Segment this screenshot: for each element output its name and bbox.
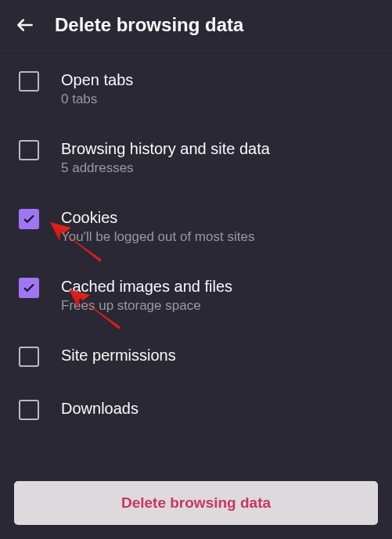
item-subtitle: You'll be logged out of most sites <box>61 229 373 245</box>
delete-browsing-data-button[interactable]: Delete browsing data <box>14 481 378 525</box>
item-text: CookiesYou'll be logged out of most site… <box>61 207 373 245</box>
item-title: Cached images and files <box>61 276 373 296</box>
item-text: Browsing history and site data5 addresse… <box>61 138 373 176</box>
page-title: Delete browsing data <box>55 14 243 36</box>
item-title: Site permissions <box>61 345 373 365</box>
checkbox[interactable] <box>19 140 39 160</box>
footer: Delete browsing data <box>14 481 378 525</box>
list-item[interactable]: Open tabs0 tabs <box>0 54 392 123</box>
checkbox[interactable] <box>19 278 39 298</box>
item-subtitle: 0 tabs <box>61 92 373 107</box>
item-subtitle: Frees up storage space <box>61 298 373 314</box>
item-title: Cookies <box>61 207 373 228</box>
header: Delete browsing data <box>0 0 392 51</box>
back-arrow-icon[interactable] <box>14 14 36 36</box>
item-text: Downloads <box>61 398 373 419</box>
item-title: Open tabs <box>61 70 373 90</box>
item-subtitle: 5 addresses <box>61 160 373 176</box>
items-list: Open tabs0 tabsBrowsing history and site… <box>0 51 392 439</box>
item-title: Downloads <box>61 398 373 419</box>
item-text: Open tabs0 tabs <box>61 70 373 107</box>
checkbox[interactable] <box>19 347 39 367</box>
item-title: Browsing history and site data <box>61 138 373 159</box>
item-text: Cached images and filesFrees up storage … <box>61 276 373 314</box>
list-item[interactable]: CookiesYou'll be logged out of most site… <box>0 192 392 261</box>
list-item[interactable]: Cached images and filesFrees up storage … <box>0 261 392 329</box>
checkbox[interactable] <box>19 400 39 420</box>
item-text: Site permissions <box>61 345 373 365</box>
list-item[interactable]: Site permissions <box>0 329 392 383</box>
checkbox[interactable] <box>19 209 39 229</box>
list-item[interactable]: Downloads <box>0 383 392 436</box>
list-item[interactable]: Browsing history and site data5 addresse… <box>0 123 392 192</box>
checkbox[interactable] <box>19 71 39 92</box>
